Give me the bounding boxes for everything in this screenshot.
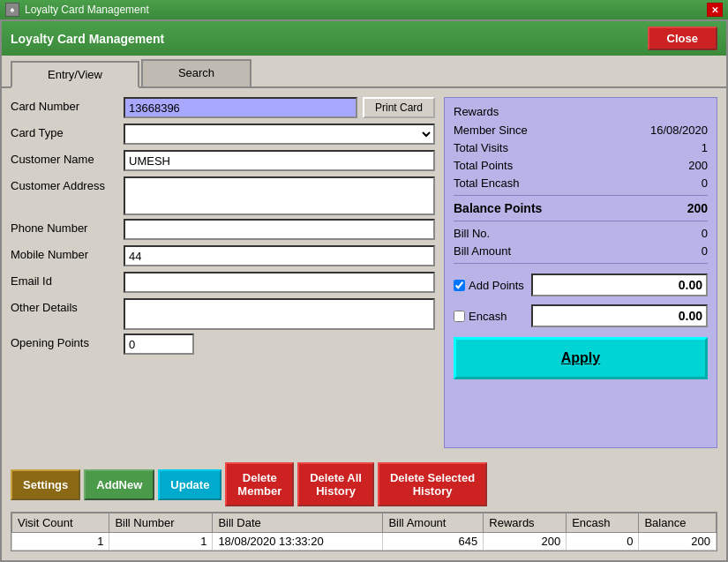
col-bill-amount: Bill Amount	[383, 513, 484, 533]
delete-member-button[interactable]: Delete Member	[225, 462, 294, 506]
encash-label[interactable]: Encash	[454, 310, 524, 323]
card-type-select[interactable]	[124, 124, 435, 145]
rewards-title: Rewards	[454, 105, 708, 118]
close-button[interactable]: Close	[648, 26, 717, 50]
add-points-row: Add Points	[454, 274, 708, 296]
col-rewards: Rewards	[484, 513, 567, 533]
window-title: Loyalty Card Management	[11, 32, 164, 46]
delete-all-history-button[interactable]: Delete All History	[297, 462, 374, 506]
card-number-input[interactable]	[124, 97, 357, 118]
card-number-row: Card Number Print Card	[11, 97, 435, 120]
email-id-label: Email Id	[11, 272, 116, 288]
member-since-row: Member Since 16/08/2020	[454, 123, 708, 138]
balance-points-value: 200	[687, 201, 708, 215]
total-encash-row: Total Encash 0	[454, 176, 708, 191]
tab-entry-view[interactable]: Entry/View	[11, 61, 139, 88]
titlebar-left: ♠ Loyalty Card Management	[5, 3, 149, 17]
total-points-value: 200	[688, 159, 708, 172]
rewards-divider	[454, 195, 708, 196]
card-type-row: Card Type	[11, 124, 435, 146]
customer-name-row: Customer Name	[11, 150, 435, 173]
balance-points-row: Balance Points 200	[454, 200, 708, 216]
cell-encash: 0	[567, 533, 639, 551]
apply-button[interactable]: Apply	[454, 337, 708, 379]
add-points-label[interactable]: Add Points	[454, 279, 524, 292]
table-body: 1 1 18/08/2020 13:33:20 645 200 0 200	[12, 533, 717, 551]
customer-name-label: Customer Name	[11, 150, 116, 166]
bill-no-label: Bill No.	[454, 227, 490, 240]
total-visits-row: Total Visits 1	[454, 140, 708, 155]
cell-visit-count: 1	[12, 533, 109, 551]
col-bill-number: Bill Number	[109, 513, 213, 533]
total-visits-label: Total Visits	[454, 141, 508, 154]
card-type-label: Card Type	[11, 124, 116, 139]
other-details-label: Other Details	[11, 298, 116, 314]
mobile-number-input[interactable]	[124, 245, 435, 266]
bill-amount-label: Bill Amount	[454, 244, 511, 258]
content-area: Card Number Print Card Card Type Custome…	[2, 88, 726, 457]
cell-bill-number: 1	[109, 533, 213, 551]
encash-row: Encash	[454, 304, 708, 327]
col-encash: Encash	[567, 513, 639, 533]
bill-amount-value: 0	[702, 244, 708, 258]
cell-bill-date: 18/08/2020 13:33:20	[213, 533, 383, 551]
delete-selected-history-button[interactable]: Delete Selected History	[378, 462, 487, 506]
print-card-button[interactable]: Print Card	[363, 97, 435, 118]
phone-number-input[interactable]	[124, 219, 435, 240]
total-visits-value: 1	[702, 141, 708, 154]
balance-points-label: Balance Points	[454, 201, 542, 215]
email-id-input[interactable]	[124, 272, 435, 293]
mobile-number-label: Mobile Number	[11, 245, 116, 261]
titlebar-title: Loyalty Card Management	[25, 4, 149, 16]
total-encash-label: Total Encash	[454, 176, 519, 190]
tab-search[interactable]: Search	[141, 59, 251, 86]
left-panel: Card Number Print Card Card Type Custome…	[11, 97, 435, 448]
mobile-number-row: Mobile Number	[11, 245, 435, 268]
opening-points-label: Opening Points	[11, 333, 116, 349]
col-bill-date: Bill Date	[213, 513, 383, 533]
customer-name-input[interactable]	[124, 150, 435, 171]
cell-bill-amount: 645	[383, 533, 484, 551]
total-points-row: Total Points 200	[454, 158, 708, 173]
col-balance: Balance	[639, 513, 717, 533]
customer-address-input[interactable]	[124, 176, 435, 215]
encash-input[interactable]	[531, 304, 708, 327]
history-table: Visit Count Bill Number Bill Date Bill A…	[11, 513, 717, 551]
member-since-value: 16/08/2020	[650, 124, 708, 137]
cell-rewards: 200	[484, 533, 567, 551]
other-details-row: Other Details	[11, 298, 435, 330]
main-window: Loyalty Card Management Close Entry/View…	[0, 19, 728, 562]
total-points-label: Total Points	[454, 159, 513, 172]
titlebar-close-button[interactable]: ✕	[707, 3, 723, 17]
member-since-label: Member Since	[454, 124, 528, 137]
phone-number-label: Phone Number	[11, 219, 116, 235]
customer-address-label: Customer Address	[11, 176, 116, 192]
history-table-area: Visit Count Bill Number Bill Date Bill A…	[11, 512, 717, 551]
card-number-label: Card Number	[11, 97, 116, 113]
cell-balance: 200	[639, 533, 717, 551]
table-row: 1 1 18/08/2020 13:33:20 645 200 0 200	[12, 533, 717, 551]
window-header: Loyalty Card Management Close	[2, 21, 726, 56]
action-buttons: Settings AddNew Update Delete Member Del…	[2, 457, 726, 512]
encash-checkbox[interactable]	[454, 311, 465, 322]
rewards-divider2	[454, 221, 708, 221]
opening-points-input[interactable]	[124, 333, 194, 355]
bill-no-value: 0	[702, 227, 708, 240]
add-points-input[interactable]	[531, 274, 708, 296]
bill-no-row: Bill No. 0	[454, 226, 708, 241]
app-icon: ♠	[5, 3, 19, 17]
other-details-input[interactable]	[124, 298, 435, 330]
add-new-button[interactable]: AddNew	[84, 469, 154, 500]
titlebar: ♠ Loyalty Card Management ✕	[0, 0, 728, 19]
update-button[interactable]: Update	[158, 469, 221, 500]
customer-address-row: Customer Address	[11, 176, 435, 215]
tabs-row: Entry/View Search	[2, 56, 726, 88]
settings-button[interactable]: Settings	[11, 469, 80, 500]
add-points-checkbox[interactable]	[454, 280, 465, 291]
email-id-row: Email Id	[11, 272, 435, 295]
col-visit-count: Visit Count	[12, 513, 109, 533]
rewards-panel: Rewards Member Since 16/08/2020 Total Vi…	[444, 97, 717, 448]
card-number-group: Print Card	[124, 97, 435, 118]
opening-points-row: Opening Points	[11, 333, 435, 356]
table-header-row: Visit Count Bill Number Bill Date Bill A…	[12, 513, 717, 533]
